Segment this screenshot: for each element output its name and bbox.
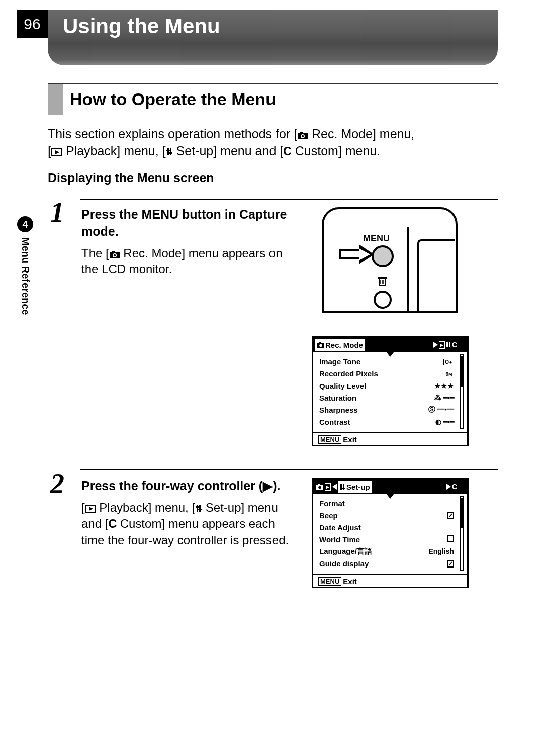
lcd-rec-mode: Rec. Mode ▸ C Image ToneO✦ Recorded Pixe…: [312, 336, 469, 446]
menu-button-label: MENU: [363, 233, 390, 244]
step-1-title: Press the MENU button in Capture mode.: [81, 206, 298, 240]
step-1-body: Press the MENU button in Capture mode. T…: [81, 206, 298, 277]
arrow-icon: [339, 244, 374, 269]
menu-button-box: MENU: [318, 435, 341, 444]
svg-rect-31: [198, 509, 202, 510]
svg-point-34: [318, 486, 321, 489]
lcd-row: Guide display✓: [319, 557, 454, 570]
row-label: World Time: [319, 535, 360, 544]
section-heading: How to Operate the Menu: [48, 83, 498, 115]
row-value: ✓: [447, 559, 454, 568]
step-2-desc: [ Playback] menu, [ Set-up] menu and [C …: [81, 500, 298, 548]
row-label: Language/言語: [319, 547, 372, 556]
page-number: 96: [17, 10, 48, 38]
playback-icon: [51, 148, 62, 156]
lcd-footer: MENUExit: [313, 432, 467, 446]
row-value: ⁂ ━▪━: [434, 394, 454, 402]
lcd-row: Beep✓: [319, 509, 454, 521]
row-value: 6ᴍ: [444, 369, 454, 377]
svg-rect-29: [199, 505, 201, 512]
step-1-desc: The [ Rec. Mode] menu appears on the LCD…: [81, 245, 298, 278]
lcd-rows: Format Beep✓ Date Adjust World Time Lang…: [313, 494, 467, 574]
subhead: Displaying the Menu screen: [48, 171, 214, 185]
setup-icon: [195, 504, 202, 513]
svg-marker-5: [55, 150, 59, 154]
row-value: ◐ ━▪━: [435, 418, 454, 426]
svg-rect-9: [169, 152, 172, 154]
row-value: ★★★: [434, 382, 454, 390]
lcd-active-tab: Set-up: [338, 481, 372, 493]
svg-rect-7: [170, 148, 171, 155]
lcd-active-tab: Rec. Mode: [315, 339, 365, 351]
playback-icon: [85, 505, 96, 513]
row-label: Contrast: [319, 418, 350, 426]
svg-rect-1: [300, 132, 303, 134]
lcd-inactive-tabs-right: C: [446, 483, 467, 491]
menu-word: MENU: [142, 207, 179, 221]
svg-rect-28: [197, 505, 198, 512]
lcd-header: Rec. Mode ▸ C: [313, 337, 467, 352]
row-label: Image Tone: [319, 357, 360, 366]
svg-point-23: [319, 344, 322, 347]
step-2-body: Press the four-way controller (▶). [ Pla…: [81, 478, 298, 548]
svg-point-13: [114, 254, 116, 256]
text: [: [81, 501, 85, 514]
row-value: ✓: [447, 511, 454, 519]
lcd-inactive-tabs-left: ▸: [313, 483, 337, 491]
row-label: Beep: [319, 511, 338, 520]
svg-marker-27: [89, 507, 93, 511]
menu-button: [372, 245, 394, 267]
scrollbar: [460, 354, 464, 429]
custom-c-icon: C: [283, 145, 292, 158]
intro-text-part: Set-up] menu and [: [173, 144, 284, 158]
lcd-row: SharpnessⓈ ━▪━: [319, 404, 454, 416]
intro-text-part: This section explains operation methods …: [48, 127, 297, 141]
text: The [: [81, 246, 109, 260]
lcd-footer: MENUExit: [313, 574, 467, 588]
row-label: Saturation: [319, 394, 356, 402]
lcd-row: Date Adjust: [319, 521, 454, 533]
lcd-row: Language/言語English: [319, 545, 454, 557]
trash-icon: [377, 275, 388, 290]
setup-icon: [166, 147, 173, 156]
lcd-row: Recorded Pixels6ᴍ: [319, 367, 454, 380]
row-value: [447, 535, 454, 544]
side-tab-number: 4: [17, 216, 33, 232]
intro-text: This section explains operation methods …: [48, 126, 498, 160]
row-value: English: [428, 547, 454, 555]
rule: [80, 469, 498, 470]
row-label: Date Adjust: [319, 523, 361, 532]
text: Playback] menu, [: [96, 501, 195, 514]
lcd-tab-label: Set-up: [346, 483, 370, 491]
lcd-rows: Image ToneO✦ Recorded Pixels6ᴍ Quality L…: [313, 352, 467, 432]
svg-rect-35: [340, 484, 342, 490]
svg-rect-38: [342, 488, 345, 489]
rule: [80, 199, 498, 200]
row-label: Sharpness: [319, 406, 358, 414]
menu-button-box: MENU: [318, 577, 341, 586]
svg-rect-30: [196, 506, 199, 508]
camera-illustration: MENU: [312, 202, 468, 318]
scrollbar: [460, 496, 464, 571]
svg-rect-8: [166, 150, 170, 151]
custom-c-icon: C: [108, 517, 117, 530]
lcd-tab-label: Rec. Mode: [325, 341, 363, 349]
svg-point-3: [302, 135, 304, 137]
camera-icon: [297, 131, 308, 139]
lcd-row: Contrast◐ ━▪━: [319, 416, 454, 428]
camera-icon: [109, 250, 120, 258]
step-number-1: 1: [50, 196, 64, 228]
lcd-inactive-tabs: ▸ C: [433, 341, 467, 349]
row-label: Recorded Pixels: [319, 369, 378, 378]
svg-rect-33: [318, 484, 320, 486]
lcd-row: Quality Level★★★: [319, 380, 454, 392]
row-label: Quality Level: [319, 382, 366, 390]
svg-rect-6: [167, 148, 169, 155]
text: Press the: [81, 207, 142, 221]
lcd-row: Format: [319, 497, 454, 509]
side-tab: 4 Menu Reference: [17, 216, 34, 315]
svg-rect-22: [319, 342, 321, 344]
section-title: How to Operate the Menu: [63, 84, 276, 115]
row-label: Format: [319, 499, 345, 508]
lcd-header: ▸ Set-up C: [313, 479, 467, 494]
